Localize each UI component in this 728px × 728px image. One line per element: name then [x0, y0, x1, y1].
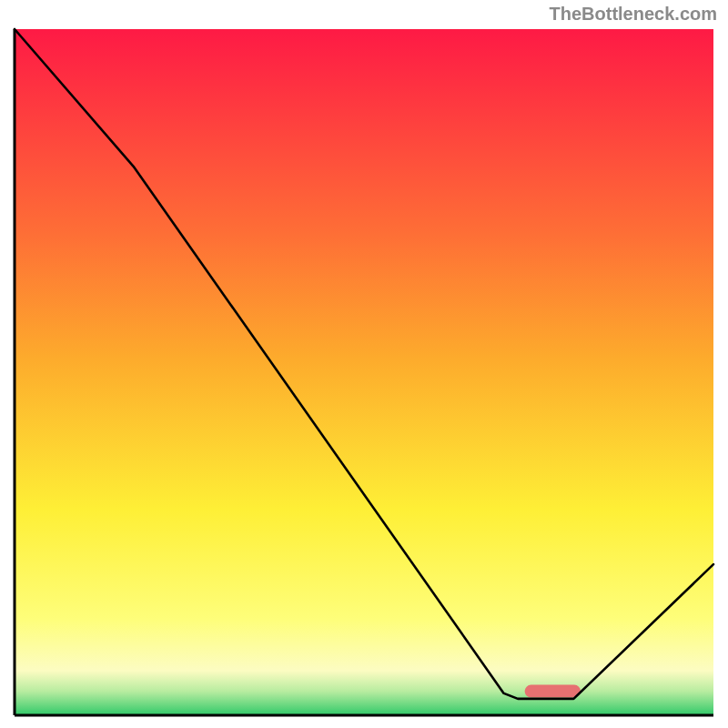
optimal-range-marker — [525, 685, 581, 698]
bottleneck-chart — [13, 27, 715, 717]
attribution-text: TheBottleneck.com — [550, 4, 717, 25]
chart-svg — [13, 27, 715, 717]
chart-background — [15, 29, 713, 715]
